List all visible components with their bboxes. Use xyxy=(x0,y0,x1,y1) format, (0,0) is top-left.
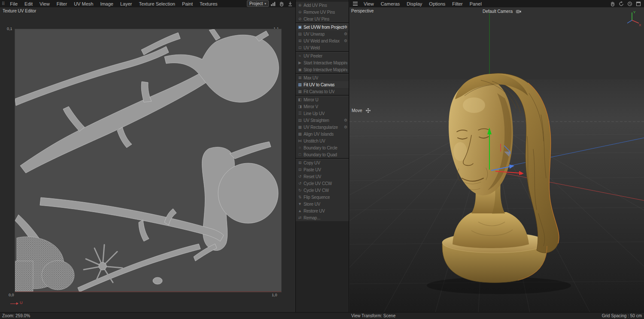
align-islands-icon: ▩ xyxy=(297,132,303,136)
cmd-boundary-to-circle[interactable]: ○Boundary to Circle xyxy=(296,144,349,151)
gear-icon[interactable]: ⚙ xyxy=(344,32,347,36)
cmd-flip-sequence[interactable]: ⇅Flip Sequence xyxy=(296,194,349,201)
cmd-label: UV Unwrap xyxy=(304,32,325,36)
vp-menu-cameras[interactable]: Cameras xyxy=(377,0,404,7)
project-dropdown-label: Project xyxy=(249,1,263,6)
cmd-set-uvw-from-projection[interactable]: ▣Set UVW from Projection⚙ xyxy=(296,24,349,30)
cmd-uv-weld[interactable]: ⊡UV Weld xyxy=(296,44,349,51)
cmd-uv-unwrap[interactable]: ▤UV Unwrap⚙ xyxy=(296,30,349,37)
cmd-mirror-v[interactable]: ◨Mirror V xyxy=(296,103,349,110)
cmd-align-uv-islands[interactable]: ▩Align UV Islands xyxy=(296,131,349,137)
cmd-label: Line Up UV xyxy=(304,111,325,116)
cmd-label: UV Peeler xyxy=(304,54,322,58)
cmd-store-uv[interactable]: ▼Store UV xyxy=(296,201,349,207)
perspective-viewport[interactable]: Perspective Default Camera Move Y X xyxy=(349,7,644,312)
download-arrow-icon[interactable] xyxy=(287,1,294,6)
rotate-view-icon[interactable] xyxy=(618,1,625,6)
vp-menu-panel[interactable]: Panel xyxy=(466,0,485,7)
cmd-add-uv-pins[interactable]: ⊕Add UV Pins xyxy=(296,2,349,9)
cmd-label: Fit Canvas to UV xyxy=(304,89,334,94)
add-uv-pins-icon: ⊕ xyxy=(297,3,303,7)
cycle-cw-icon: ↻ xyxy=(297,188,303,192)
boundary-circle-icon: ○ xyxy=(297,146,303,150)
menu-layer[interactable]: Layer xyxy=(117,0,136,7)
copy-icon: ⊞ xyxy=(297,161,303,165)
line-up-icon: ☰ xyxy=(297,111,303,115)
cmd-label: Stop Interactive Mapping xyxy=(304,67,347,72)
vp-menu-filter[interactable]: Filter xyxy=(449,0,466,7)
cmd-label: UV Weld xyxy=(304,46,320,50)
gear-icon[interactable]: ⚙ xyxy=(344,39,347,43)
hand-tool-icon[interactable] xyxy=(278,1,285,6)
camera-label-text: Default Camera xyxy=(483,9,513,14)
menu-textures[interactable]: Textures xyxy=(196,0,221,7)
menu-file[interactable]: File xyxy=(6,0,21,7)
cmd-reset-uv[interactable]: ↺Reset UV xyxy=(296,173,349,180)
cmd-clear-uv-pins[interactable]: ⊘Clear UV Pins xyxy=(296,15,349,22)
vp-menu-options[interactable]: Options xyxy=(425,0,449,7)
fit-canvas-icon: ▦ xyxy=(297,89,303,94)
start-mapping-icon: ▶ xyxy=(297,61,303,65)
gear-icon[interactable]: ⚙ xyxy=(344,25,347,29)
cmd-cycle-uv-ccw[interactable]: ↺Cycle UV CCW xyxy=(296,180,349,187)
cmd-uv-straighten[interactable]: ▤UV Straighten⚙ xyxy=(296,117,349,124)
menu-image[interactable]: Image xyxy=(97,0,117,7)
cmd-cycle-uv-cw[interactable]: ↻Cycle UV CW xyxy=(296,187,349,194)
move-tool-icon xyxy=(365,108,371,113)
menu-view[interactable]: View xyxy=(36,0,53,7)
cmd-label: Boundary to Circle xyxy=(304,146,337,150)
hand-tool-icon[interactable] xyxy=(609,1,616,6)
hamburger-menu-icon[interactable] xyxy=(353,2,358,6)
histogram-icon[interactable] xyxy=(270,1,276,6)
cmd-paste-uv[interactable]: ⊟Paste UV xyxy=(296,166,349,173)
gear-icon[interactable]: ⚙ xyxy=(344,125,347,129)
menu-texture-selection[interactable]: Texture Selection xyxy=(136,0,179,7)
cmd-unstitch-uv[interactable]: ⋈Unstitch UV xyxy=(296,137,349,144)
cmd-boundary-to-quad[interactable]: □Boundary to Quad xyxy=(296,151,349,158)
gear-icon[interactable]: ⚙ xyxy=(344,118,347,122)
uv-editor-menubar: ⠿ File Edit View Filter UV Mesh Image La… xyxy=(0,0,295,8)
uv-canvas[interactable] xyxy=(15,29,281,292)
cmd-mirror-u[interactable]: ◧Mirror U xyxy=(296,96,349,103)
viewport-view-label[interactable]: Perspective xyxy=(351,9,374,13)
orientation-axis-indicator: Y X xyxy=(623,9,641,26)
cmd-remove-uv-pins[interactable]: ⊖Remove UV Pins xyxy=(296,9,349,15)
menu-uv-mesh[interactable]: UV Mesh xyxy=(70,0,97,7)
cmd-uv-peeler[interactable]: ≈UV Peeler xyxy=(296,52,349,59)
cmd-line-up-uv[interactable]: ☰Line Up UV xyxy=(296,110,349,117)
maximize-panel-icon[interactable] xyxy=(635,1,642,6)
panel-grip-icon[interactable]: ⠿ xyxy=(0,1,6,6)
vp-menu-view[interactable]: View xyxy=(360,0,377,7)
cmd-uv-rectangularize[interactable]: ▦UV Rectangularize⚙ xyxy=(296,124,349,131)
viewport-3d-canvas xyxy=(349,7,644,312)
cmd-start-interactive-mapping[interactable]: ▶Start Interactive Mapping xyxy=(296,59,349,66)
camera-icon xyxy=(515,9,522,14)
cmd-remap[interactable]: ⇄Remap... xyxy=(296,214,349,221)
cmd-fit-canvas-to-uv[interactable]: ▦Fit Canvas to UV xyxy=(296,88,349,95)
cmd-uv-weld-and-relax[interactable]: ⊞UV Weld and Relax⚙ xyxy=(296,37,349,44)
unstitch-icon: ⋈ xyxy=(297,139,303,143)
viewport-camera-label[interactable]: Default Camera xyxy=(483,9,523,14)
uv-u-axis-line xyxy=(15,292,281,292)
cmd-fit-uv-to-canvas[interactable]: ▥Fit UV to Canvas xyxy=(296,81,349,88)
remap-icon: ⇄ xyxy=(297,216,303,220)
cmd-label: UV Rectangularize xyxy=(304,125,338,130)
weld-relax-icon: ⊞ xyxy=(297,39,303,43)
perspective-label-text: Perspective xyxy=(351,9,374,13)
u-axis-arrow xyxy=(10,304,17,304)
project-dropdown[interactable]: Project ▾ xyxy=(247,0,269,7)
flip-sequence-icon: ⇅ xyxy=(297,195,303,199)
menu-edit[interactable]: Edit xyxy=(21,0,36,7)
history-clock-icon[interactable] xyxy=(626,1,633,6)
cmd-stop-interactive-mapping[interactable]: ◼Stop Interactive Mapping xyxy=(296,66,349,73)
clear-uv-pins-icon: ⊘ xyxy=(297,17,303,21)
vp-menu-display[interactable]: Display xyxy=(403,0,425,7)
peeler-icon: ≈ xyxy=(297,54,303,58)
cmd-restore-uv[interactable]: ▲Restore UV xyxy=(296,207,349,214)
uv-corner-1-0: 1,0 xyxy=(272,293,277,297)
menu-paint[interactable]: Paint xyxy=(179,0,196,7)
cmd-max-uv[interactable]: ⊠Max UV xyxy=(296,74,349,81)
axis-x-label: X xyxy=(639,23,641,26)
cmd-copy-uv[interactable]: ⊞Copy UV xyxy=(296,159,349,166)
menu-filter[interactable]: Filter xyxy=(53,0,70,7)
